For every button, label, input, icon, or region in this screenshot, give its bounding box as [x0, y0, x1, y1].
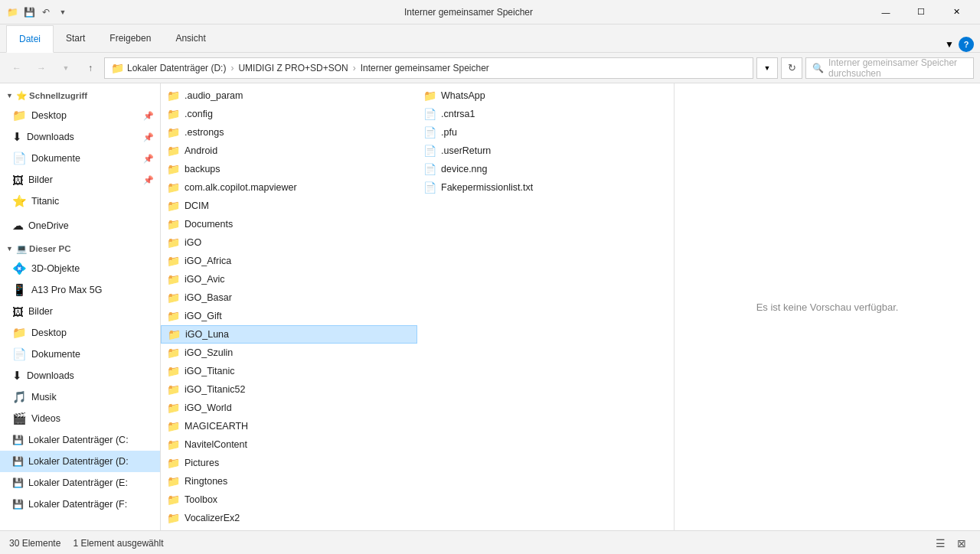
- sidebar-item-onedrive[interactable]: ☁ OneDrive: [0, 215, 160, 236]
- large-icon-view-button[interactable]: ⊠: [952, 534, 971, 552]
- file-item[interactable]: 📁.audio_param: [161, 86, 417, 105]
- folder-icon: 📁: [167, 145, 180, 157]
- file-item[interactable]: 📁iGO_Titanic: [161, 362, 417, 380]
- save-icon: 💾: [23, 6, 35, 18]
- file-item[interactable]: 📁VocalizerEx2: [161, 509, 417, 527]
- file-item[interactable]: 📁DCIM: [161, 197, 417, 215]
- file-label: iGO_Gift: [185, 311, 222, 321]
- sidebar-item-drive-c[interactable]: 💾 Lokaler Datenträger (C:: [0, 429, 160, 451]
- file-label: Android: [185, 145, 217, 156]
- file-label: com.alk.copilot.mapviewer: [185, 182, 297, 193]
- file-item[interactable]: 📁MAGICEARTH: [161, 417, 417, 435]
- desktop-pc-icon: 📁: [12, 326, 27, 340]
- file-item[interactable]: 📁Ringtones: [161, 472, 417, 490]
- file-item[interactable]: 📁Toolbox: [161, 490, 417, 509]
- dokumente-icon: 📄: [12, 152, 27, 165]
- phone-icon: 📱: [12, 283, 27, 297]
- path-part-3[interactable]: Interner gemeinsamer Speicher: [361, 63, 489, 73]
- sidebar-item-titanic-quick[interactable]: ⭐ Titanic: [0, 191, 160, 212]
- file-item[interactable]: 📁Android: [161, 142, 417, 160]
- tab-start[interactable]: Start: [54, 24, 97, 52]
- sidebar-item-bilder-pc[interactable]: 🖼 Bilder: [0, 301, 160, 322]
- sidebar-item-videos[interactable]: 🎬 Videos: [0, 408, 160, 429]
- sidebar-label: Dokumente: [31, 153, 139, 164]
- address-dropdown-button[interactable]: ▼: [756, 57, 778, 79]
- file-item[interactable]: 📁backups: [161, 160, 417, 178]
- refresh-button[interactable]: ↻: [781, 57, 802, 79]
- sidebar-item-a13[interactable]: 📱 A13 Pro Max 5G: [0, 279, 160, 301]
- file-item[interactable]: 📁iGO_Szulin: [161, 344, 417, 362]
- quick-access-header[interactable]: ▼ ⭐ Schnellzugriff: [0, 86, 160, 105]
- folder-icon: 📁: [167, 347, 180, 359]
- tab-freigeben[interactable]: Freigeben: [97, 24, 163, 52]
- file-item[interactable]: 📁iGO_Africa: [161, 252, 417, 270]
- dieser-pc-header[interactable]: ▼ 💻 Dieser PC: [0, 240, 160, 258]
- file-label: iGO_Africa: [185, 256, 231, 266]
- sidebar-label: Musik: [31, 392, 154, 402]
- close-button[interactable]: ✕: [939, 0, 974, 24]
- detail-view-button[interactable]: ☰: [931, 534, 949, 552]
- sidebar-item-dokumente-quick[interactable]: 📄 Dokumente 📌: [0, 148, 160, 169]
- file-item[interactable]: 📁Documents: [161, 215, 417, 233]
- sidebar-label: Lokaler Datenträger (E:: [28, 477, 154, 488]
- file-item[interactable]: 📁iGO_Avic: [161, 270, 417, 288]
- recent-button[interactable]: ▼: [55, 57, 77, 79]
- sidebar-item-drive-d[interactable]: 💾 Lokaler Datenträger (D:: [0, 451, 160, 472]
- file-label: iGO_Basar: [185, 292, 232, 303]
- up-button[interactable]: ↑: [80, 57, 101, 79]
- sidebar-item-downloads-pc[interactable]: ⬇ Downloads: [0, 365, 160, 386]
- file-item[interactable]: 📁com.alk.copilot.mapviewer: [161, 178, 417, 197]
- file-item[interactable]: 📁iGO_Basar: [161, 288, 417, 307]
- folder-icon: 📁: [423, 90, 436, 102]
- sidebar-item-drive-f[interactable]: 💾 Lokaler Datenträger (F:: [0, 494, 160, 515]
- file-item[interactable]: 📁iGO_Titanic52: [161, 380, 417, 399]
- search-box[interactable]: 🔍 Interner gemeinsamer Speicher durchsuc…: [805, 57, 974, 79]
- sidebar-item-drive-e[interactable]: 💾 Lokaler Datenträger (E:: [0, 472, 160, 494]
- filelist-right-col: 📁WhatsApp📄.cntrsa1📄.pfu📄.userReturn📄devi…: [417, 86, 674, 527]
- ribbon-help-icon[interactable]: ?: [959, 37, 974, 52]
- tab-datei[interactable]: Datei: [6, 25, 54, 53]
- undo-icon: ↶: [40, 6, 52, 18]
- file-item[interactable]: 📁iGO_Gift: [161, 307, 417, 325]
- path-sep-1: ›: [230, 63, 234, 73]
- sidebar-item-downloads-quick[interactable]: ⬇ Downloads 📌: [0, 126, 160, 148]
- file-item[interactable]: 📁.config: [161, 105, 417, 123]
- sidebar-item-dokumente-pc[interactable]: 📄 Dokumente: [0, 344, 160, 365]
- address-path[interactable]: 📁 Lokaler Datenträger (D:) › UMIDIGI Z P…: [104, 57, 753, 79]
- file-item[interactable]: 📁iGO_Luna: [161, 325, 417, 344]
- dropdown-arrow-icon[interactable]: ▼: [57, 6, 69, 18]
- sidebar-label: Lokaler Datenträger (D:: [28, 456, 154, 467]
- file-item[interactable]: 📄.pfu: [417, 123, 674, 142]
- sidebar-item-3d-objekte[interactable]: 💠 3D-Objekte: [0, 258, 160, 279]
- file-label: DCIM: [185, 200, 209, 211]
- sidebar-label: Downloads: [27, 132, 139, 142]
- sidebar-item-musik[interactable]: 🎵 Musik: [0, 386, 160, 408]
- maximize-button[interactable]: ☐: [903, 0, 939, 24]
- folder-icon: 📁: [167, 420, 180, 432]
- file-label: Ringtones: [185, 476, 227, 487]
- sidebar: ▼ ⭐ Schnellzugriff 📁 Desktop 📌 ⬇ Downloa…: [0, 83, 161, 530]
- file-item[interactable]: 📁iGO: [161, 233, 417, 252]
- ribbon-expand-arrow[interactable]: ▼: [945, 39, 954, 50]
- folder-icon: 📁: [167, 163, 180, 175]
- back-button[interactable]: ←: [6, 57, 28, 79]
- file-item[interactable]: 📄device.nng: [417, 160, 674, 178]
- sidebar-item-desktop-quick[interactable]: 📁 Desktop 📌: [0, 105, 160, 126]
- file-item[interactable]: 📄Fakepermissionlist.txt: [417, 178, 674, 197]
- file-item[interactable]: 📄.cntrsa1: [417, 105, 674, 123]
- file-item[interactable]: 📁.estrongs: [161, 123, 417, 142]
- downloads-icon: ⬇: [12, 130, 22, 144]
- forward-button[interactable]: →: [31, 57, 52, 79]
- sidebar-item-desktop-pc[interactable]: 📁 Desktop: [0, 322, 160, 344]
- file-item[interactable]: 📁WhatsApp: [417, 86, 674, 105]
- minimize-button[interactable]: —: [868, 0, 903, 24]
- path-part-1[interactable]: Lokaler Datenträger (D:): [127, 63, 226, 73]
- file-item[interactable]: 📁Pictures: [161, 454, 417, 472]
- tab-ansicht[interactable]: Ansicht: [163, 24, 217, 52]
- sidebar-item-bilder-quick[interactable]: 🖼 Bilder 📌: [0, 169, 160, 191]
- path-part-2[interactable]: UMIDIGI Z PRO+SD+SON: [238, 63, 348, 73]
- file-item[interactable]: 📁iGO_World: [161, 399, 417, 417]
- file-item[interactable]: 📁NavitelContent: [161, 435, 417, 454]
- file-item[interactable]: 📄.userReturn: [417, 142, 674, 160]
- sidebar-label: Dokumente: [31, 349, 154, 360]
